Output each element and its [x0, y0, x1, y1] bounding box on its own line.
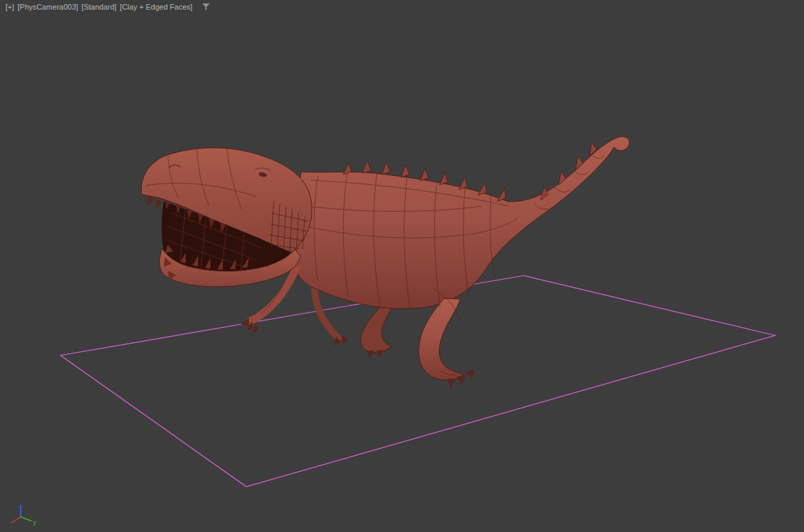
viewport-render-preset-menu[interactable]: [Standard]	[82, 2, 117, 12]
dinosaur-near-hind-leg[interactable]	[419, 298, 474, 388]
per-view-filter-icon[interactable]	[202, 3, 210, 11]
dinosaur-model[interactable]	[142, 137, 629, 388]
viewport-label-bar: [+] [PhysCamera003] [Standard] [Clay + E…	[6, 2, 210, 12]
dinosaur-head[interactable]	[142, 148, 312, 287]
axis-y-line	[21, 517, 32, 521]
viewport-pov-menu[interactable]: [PhysCamera003]	[18, 2, 78, 12]
axis-y-label: y	[33, 519, 36, 526]
viewport-canvas[interactable]: y	[0, 0, 804, 532]
viewport[interactable]: [+] [PhysCamera003] [Standard] [Clay + E…	[0, 0, 804, 532]
axis-x-line	[11, 517, 21, 523]
world-axis-gizmo: y	[11, 505, 36, 526]
viewport-shading-menu[interactable]: [Clay + Edged Faces]	[120, 2, 192, 12]
viewport-general-menu[interactable]: [+]	[6, 2, 14, 12]
